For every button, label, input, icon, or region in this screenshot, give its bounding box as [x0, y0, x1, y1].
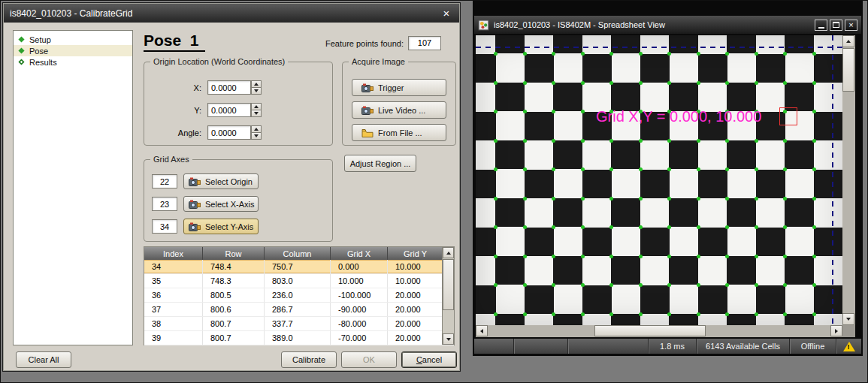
camera-icon: [189, 200, 201, 209]
camera-icon: [189, 177, 201, 186]
column-header[interactable]: Column: [265, 247, 331, 260]
scroll-down-button[interactable]: [842, 313, 854, 325]
scrollbar-thumb[interactable]: [842, 48, 854, 92]
feature-point: [639, 139, 643, 143]
column-header[interactable]: Grid Y: [388, 247, 443, 260]
arrow-up-icon: [446, 252, 451, 255]
feature-point: [494, 255, 498, 258]
table-cell: 34: [144, 260, 203, 273]
calibration-image[interactable]: Grid X,Y = 0.000, 10.000: [476, 35, 842, 325]
table-cell: 20.000: [388, 331, 443, 345]
feature-point: [581, 255, 585, 258]
table-row[interactable]: 38800.7337.7-80.00020.000: [144, 317, 454, 331]
spin-up-icon: [254, 83, 259, 86]
status-time: 1.8 ms: [648, 339, 696, 354]
table-row[interactable]: 35748.3803.010.00010.000: [144, 274, 454, 288]
cancel-button[interactable]: Cancel: [401, 351, 457, 368]
angle-input[interactable]: [207, 125, 251, 140]
table-cell: -80.000: [331, 317, 388, 330]
spreadsheet-app-icon: [478, 20, 489, 31]
diamond-hollow-icon: [18, 59, 24, 65]
y-input[interactable]: [207, 103, 251, 117]
origin-index-input[interactable]: [152, 174, 177, 188]
calibrate-titlebar[interactable]: is8402_010203 - CalibrateGrid ×: [4, 4, 459, 23]
y-spinner[interactable]: [251, 103, 262, 117]
vertical-scrollbar[interactable]: [842, 35, 855, 325]
angle-spinner[interactable]: [251, 125, 262, 140]
feature-point: [697, 283, 700, 287]
origin-location-group: Origin Location (World Coordinates) X: Y…: [144, 62, 333, 146]
select-x-axis-button[interactable]: Select X-Axis: [183, 196, 259, 212]
from-file-button[interactable]: From File ...: [352, 124, 446, 141]
feature-point: [667, 52, 671, 56]
feature-point: [697, 81, 700, 85]
column-header[interactable]: Row: [203, 247, 265, 260]
feature-point: [523, 225, 527, 229]
folder-icon: [361, 128, 374, 137]
spin-down-icon: [254, 134, 259, 137]
select-origin-button[interactable]: Select Origin: [183, 173, 259, 189]
feature-point: [812, 283, 816, 287]
table-row[interactable]: 39800.7389.0-70.00020.000: [144, 331, 454, 345]
table-cell: 337.7: [265, 317, 331, 330]
trigger-button[interactable]: Trigger: [352, 79, 446, 96]
feature-point: [812, 197, 816, 201]
maximize-icon: [833, 22, 839, 28]
y-axis-index-input[interactable]: [152, 219, 177, 234]
feature-point: [523, 312, 527, 316]
calibrate-button[interactable]: Calibrate: [281, 351, 337, 368]
x-input[interactable]: [207, 80, 251, 95]
spreadsheet-titlebar[interactable]: is8402_010203 - IS8402M - Spreadsheet Vi…: [474, 16, 861, 34]
sidebar-item-results[interactable]: Results: [14, 56, 132, 68]
status-warning[interactable]: !: [836, 339, 861, 354]
select-y-axis-button-label: Select Y-Axis: [205, 222, 253, 231]
table-scrollbar[interactable]: [442, 247, 454, 345]
live-video-button-label: Live Video ...: [378, 106, 425, 115]
select-y-axis-button[interactable]: Select Y-Axis: [183, 219, 259, 234]
table-cell: 35: [144, 274, 203, 288]
scrollbar-thumb[interactable]: [443, 259, 454, 310]
scroll-right-button[interactable]: [830, 325, 842, 336]
close-icon[interactable]: ×: [440, 7, 453, 20]
calibrate-window-title: is8402_010203 - CalibrateGrid: [10, 8, 440, 19]
x-axis-index-input[interactable]: [152, 197, 177, 211]
feature-point: [639, 81, 643, 85]
clear-all-button[interactable]: Clear All: [16, 351, 71, 368]
minimize-button[interactable]: [815, 20, 827, 31]
grid-overlay-label: Grid X,Y = 0.000, 10.000: [596, 108, 761, 125]
angle-field-row: Angle:: [144, 125, 262, 140]
feature-point: [609, 225, 613, 229]
acquire-image-group: Acquire Image Trigger Live Video ... Fro…: [342, 62, 456, 146]
sidebar-item-pose[interactable]: Pose: [14, 45, 132, 56]
feature-points-label: Feature points found:: [267, 39, 404, 48]
table-row[interactable]: 37800.6286.7-90.00020.000: [144, 303, 454, 317]
table-cell: 803.0: [265, 274, 331, 288]
close-button[interactable]: ×: [845, 20, 857, 31]
scroll-down-button[interactable]: [443, 333, 454, 345]
x-spinner[interactable]: [251, 80, 262, 95]
feature-point: [581, 110, 585, 113]
feature-point: [755, 139, 758, 143]
live-video-button[interactable]: Live Video ...: [352, 101, 446, 119]
feature-point: [581, 167, 585, 171]
grid-axes-group-title: Grid Axes: [150, 155, 192, 164]
feature-point: [609, 283, 613, 287]
feature-point: [783, 225, 787, 229]
horizontal-scrollbar[interactable]: [476, 325, 842, 337]
scroll-left-button[interactable]: [476, 325, 488, 336]
table-row[interactable]: 36800.5236.0-100.00020.000: [144, 288, 454, 303]
spreadsheet-window: is8402_010203 - IS8402M - Spreadsheet Vi…: [473, 1, 863, 356]
adjust-region-button[interactable]: Adjust Region ...: [344, 155, 416, 172]
feature-point: [667, 81, 671, 85]
ok-button[interactable]: OK: [341, 351, 397, 368]
column-header[interactable]: Grid X: [331, 247, 388, 260]
table-row[interactable]: 34748.4750.70.00010.000: [144, 260, 454, 274]
status-segment-empty: [474, 339, 513, 354]
scrollbar-thumb[interactable]: [594, 325, 706, 336]
table-cell: -100.000: [331, 288, 388, 302]
sidebar-item-setup[interactable]: Setup: [14, 34, 132, 45]
scroll-up-button[interactable]: [443, 247, 454, 258]
column-header[interactable]: Index: [144, 247, 203, 260]
scroll-up-button[interactable]: [842, 35, 854, 47]
maximize-button[interactable]: [830, 20, 842, 31]
